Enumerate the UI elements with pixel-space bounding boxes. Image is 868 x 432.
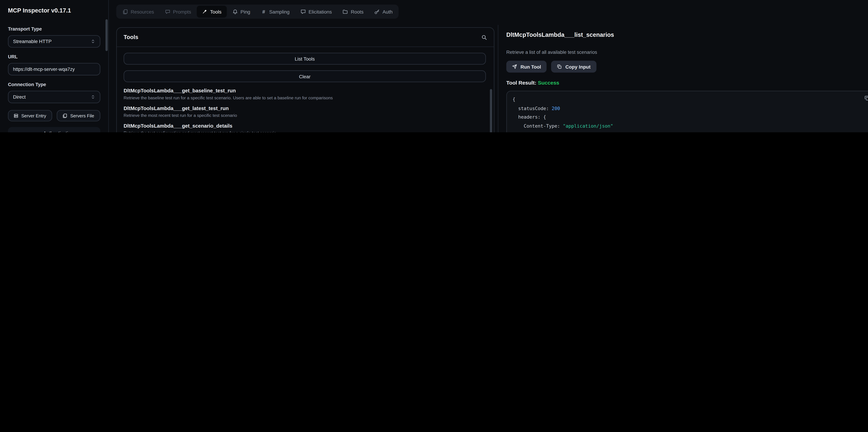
servers-file-button[interactable]: Servers File bbox=[56, 110, 100, 121]
tab-label: Elicitations bbox=[309, 9, 332, 14]
tab-auth[interactable]: Auth bbox=[369, 6, 398, 18]
run-tool-label: Run Tool bbox=[521, 64, 541, 69]
tool-description: Retrieve the baseline test run for a spe… bbox=[124, 95, 486, 100]
main-area: ResourcesPromptsToolsPing#SamplingElicit… bbox=[109, 0, 868, 132]
copy-result-icon[interactable] bbox=[864, 95, 868, 101]
tab-sampling[interactable]: #Sampling bbox=[256, 6, 294, 18]
tool-name: DltMcpToolsLambda___get_scenario_details bbox=[124, 123, 486, 129]
sidebar: MCP Inspector v0.17.1 Transport Type Str… bbox=[0, 0, 109, 132]
tab-roots[interactable]: Roots bbox=[338, 6, 369, 18]
tab-label: Tools bbox=[210, 9, 221, 14]
tool-list-item[interactable]: DltMcpToolsLambda___get_scenario_details… bbox=[124, 123, 486, 132]
chevron-down-icon bbox=[35, 131, 40, 132]
tool-detail-title: DltMcpToolsLambda___list_scenarios bbox=[506, 31, 868, 38]
app-title: MCP Inspector v0.17.1 bbox=[8, 7, 100, 13]
run-tool-button[interactable]: Run Tool bbox=[506, 61, 547, 72]
copy-icon bbox=[557, 64, 562, 69]
tool-name: DltMcpToolsLambda___get_baseline_test_ru… bbox=[124, 88, 486, 94]
screen: MCP Inspector v0.17.1 Transport Type Str… bbox=[0, 0, 868, 132]
tools-list: DltMcpToolsLambda___get_baseline_test_ru… bbox=[124, 88, 486, 132]
copy-input-button[interactable]: Copy Input bbox=[551, 61, 596, 72]
copy-input-label: Copy Input bbox=[565, 64, 591, 69]
tool-list-item[interactable]: DltMcpToolsLambda___get_latest_test_runR… bbox=[124, 105, 486, 118]
folder-icon bbox=[342, 9, 348, 14]
tab-label: Roots bbox=[351, 9, 364, 14]
tool-description: Retrieve the test configuration and most… bbox=[124, 130, 486, 132]
tool-description: Retrieve the most recent test run for a … bbox=[124, 113, 486, 118]
tool-detail-panel: DltMcpToolsLambda___list_scenarios Retri… bbox=[506, 27, 868, 132]
chevrons-up-down-icon bbox=[91, 95, 95, 99]
tab-resources[interactable]: Resources bbox=[117, 6, 159, 18]
tools-scrollbar[interactable] bbox=[490, 89, 492, 132]
tab-ping[interactable]: Ping bbox=[227, 6, 255, 18]
tab-prompts[interactable]: Prompts bbox=[160, 6, 196, 18]
tool-name: DltMcpToolsLambda___get_latest_test_run bbox=[124, 105, 486, 111]
files-icon bbox=[63, 113, 67, 118]
transport-type-select[interactable]: Streamable HTTP bbox=[8, 35, 100, 48]
connection-type-select[interactable]: Direct bbox=[8, 91, 100, 103]
authentication-toggle[interactable]: Authentication bbox=[8, 127, 100, 132]
tool-result-label: Tool Result: bbox=[506, 80, 536, 86]
transport-type-value: Streamable HTTP bbox=[13, 38, 52, 44]
tab-label: Ping bbox=[241, 9, 250, 14]
tools-panel: Tools List Tools Clear DltMcpToolsLambda… bbox=[116, 27, 494, 132]
tab-label: Resources bbox=[131, 9, 154, 14]
code-line: headers: { bbox=[513, 113, 860, 122]
send-icon bbox=[512, 64, 517, 69]
tool-result-status: Success bbox=[538, 80, 559, 86]
tool-list-item[interactable]: DltMcpToolsLambda___get_baseline_test_ru… bbox=[124, 88, 486, 100]
servers-file-label: Servers File bbox=[70, 113, 94, 118]
panel-divider-vertical bbox=[498, 25, 498, 132]
chat-icon bbox=[165, 9, 170, 14]
sidebar-scrollbar[interactable] bbox=[105, 19, 107, 51]
code-line: } bbox=[513, 130, 860, 132]
tab-tools[interactable]: Tools bbox=[197, 6, 227, 18]
tab-elicitations[interactable]: Elicitations bbox=[295, 6, 337, 18]
key-icon bbox=[374, 9, 380, 14]
result-code: { statusCode: 200 headers: { Content-Typ… bbox=[513, 95, 860, 132]
tools-panel-title: Tools bbox=[124, 34, 138, 40]
list-tools-button[interactable]: List Tools bbox=[124, 53, 486, 65]
connection-type-label: Connection Type bbox=[8, 82, 100, 87]
nav-tabs: ResourcesPromptsToolsPing#SamplingElicit… bbox=[116, 4, 399, 19]
tab-label: Prompts bbox=[173, 9, 191, 14]
url-label: URL bbox=[8, 54, 100, 60]
mcp-inspector-window: MCP Inspector v0.17.1 Transport Type Str… bbox=[0, 0, 868, 132]
code-line: statusCode: 200 bbox=[513, 104, 860, 113]
tab-label: Sampling bbox=[269, 9, 289, 14]
authentication-label: Authentication bbox=[43, 130, 73, 132]
server-entry-button[interactable]: Server Entry bbox=[8, 110, 52, 121]
chevrons-up-down-icon bbox=[91, 39, 95, 43]
search-icon[interactable] bbox=[482, 34, 487, 40]
clear-tools-button[interactable]: Clear bbox=[124, 70, 486, 82]
connection-type-value: Direct bbox=[13, 94, 26, 100]
url-input[interactable] bbox=[8, 63, 100, 75]
tab-label: Auth bbox=[383, 9, 393, 14]
msgsq-icon bbox=[300, 9, 306, 14]
server-entry-label: Server Entry bbox=[21, 113, 46, 118]
server-icon bbox=[14, 113, 19, 118]
tool-result-code-block: { statusCode: 200 headers: { Content-Typ… bbox=[506, 91, 868, 132]
code-line: Content-Type: "application/json" bbox=[513, 122, 860, 130]
hammer-icon bbox=[202, 9, 207, 14]
bell-icon bbox=[232, 9, 238, 14]
tool-detail-description: Retrieve a list of all available test sc… bbox=[506, 49, 868, 55]
code-line: { bbox=[513, 95, 860, 104]
transport-type-label: Transport Type bbox=[8, 26, 100, 32]
files-icon bbox=[122, 9, 128, 14]
hash-icon: # bbox=[261, 9, 266, 14]
